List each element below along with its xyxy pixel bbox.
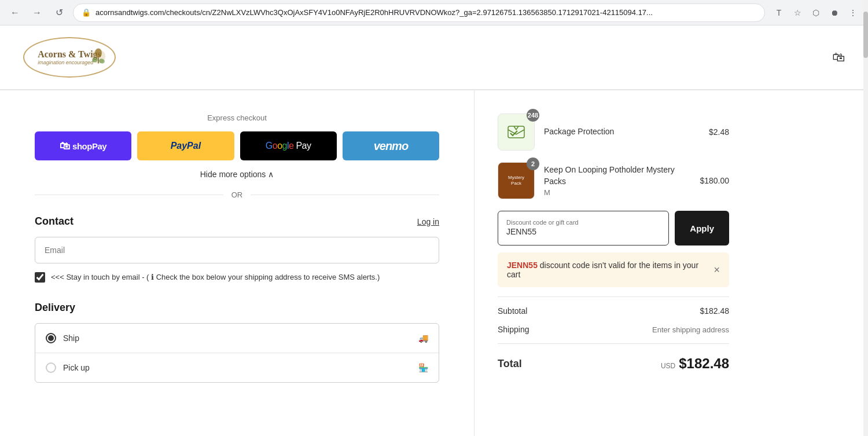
newsletter-label: <<< Stay in touch by email - ( ℹ Check t… [51, 272, 380, 283]
venmo-label: venmo [374, 140, 408, 153]
mystery-pack-variant: M [544, 188, 690, 197]
discount-row: Discount code or gift card Apply [498, 211, 729, 246]
discount-error-banner: JENN55 discount code isn't valid for the… [498, 252, 729, 287]
url-text: acornsandtwigs.com/checkouts/cn/Z2NwLXVz… [95, 8, 756, 17]
summary-divider-bottom [498, 343, 729, 344]
logo: Acorns & Twigs imagination encouraged [23, 37, 116, 78]
browser-chrome: ← → ↺ 🔒 acornsandtwigs.com/checkouts/cn/… [0, 0, 868, 25]
package-protection-price: $2.48 [709, 127, 729, 137]
translate-button[interactable]: T [771, 5, 787, 21]
shoppay-label: shopPay [72, 141, 106, 151]
subtotal-value: $182.48 [700, 306, 729, 316]
mystery-pack-badge: 2 [527, 157, 539, 170]
chevron-up-icon: ∧ [268, 170, 274, 179]
delivery-options: Ship 🚚 Pick up 🏪 [35, 323, 439, 383]
cart-item-mystery-pack: MysteryPack 2 Keep On Looping Potholder … [498, 162, 729, 199]
ship-radio[interactable] [46, 333, 56, 343]
express-checkout-title: Express checkout [35, 113, 439, 122]
reload-button[interactable]: ↺ [51, 5, 67, 21]
total-row: Total USD $182.48 [498, 349, 729, 379]
total-amount-wrap: USD $182.48 [661, 356, 729, 372]
gpay-button[interactable]: Google Pay [240, 131, 337, 160]
bookmark-button[interactable]: ☆ [789, 5, 806, 21]
svg-point-1 [95, 49, 102, 58]
scrollbar-thumb[interactable] [863, 12, 868, 58]
logo-area: Acorns & Twigs imagination encouraged [23, 37, 116, 78]
package-protection-details: Package Protection [544, 126, 700, 138]
express-checkout-buttons: 🛍 shopPay PayPal Google Pay venmo [35, 131, 439, 160]
shipping-row: Shipping Enter shipping address [498, 320, 729, 339]
address-bar[interactable]: 🔒 acornsandtwigs.com/checkouts/cn/Z2NwLX… [73, 3, 765, 22]
delivery-section: Delivery Ship 🚚 Pick up [35, 302, 439, 383]
total-amount: $182.48 [679, 356, 729, 372]
scrollbar-track[interactable] [863, 0, 868, 436]
subtotal-label: Subtotal [498, 306, 527, 316]
delivery-title: Delivery [35, 302, 439, 314]
mystery-pack-details: Keep On Looping Potholder Mystery Packs … [544, 164, 690, 197]
browser-actions: T ☆ ⬡ ⏺ ⋮ [771, 5, 861, 21]
ship-option-left: Ship [46, 333, 79, 343]
pickup-icon: 🏪 [418, 363, 428, 372]
error-code: JENN55 [507, 261, 538, 270]
paypal-label: PayPal [171, 141, 201, 151]
item-image-wrap-mystery: MysteryPack 2 [498, 162, 535, 199]
cart-item-package-protection: 248 Package Protection $2.48 [498, 113, 729, 151]
hide-more-text[interactable]: Hide more options ∧ [200, 170, 274, 179]
shoppay-bag-icon: 🛍 [60, 140, 70, 152]
mystery-pack-name: Keep On Looping Potholder Mystery Packs [544, 164, 690, 187]
log-in-link[interactable]: Log in [417, 217, 439, 226]
discount-input-wrap: Discount code or gift card [498, 211, 669, 246]
pickup-label: Pick up [63, 363, 90, 372]
or-divider: OR [35, 190, 439, 199]
record-button[interactable]: ⏺ [826, 5, 843, 21]
page-header: Acorns & Twigs imagination encouraged 🛍 [0, 25, 868, 90]
package-protection-name: Package Protection [544, 126, 700, 138]
menu-button[interactable]: ⋮ [845, 5, 861, 21]
mystery-pack-price: $180.00 [700, 176, 729, 185]
discount-label: Discount code or gift card [506, 219, 660, 226]
checkout-form: Express checkout 🛍 shopPay PayPal Google… [0, 90, 475, 436]
logo-decoration [87, 45, 110, 70]
discount-input[interactable] [506, 226, 660, 237]
delivery-option-pickup[interactable]: Pick up 🏪 [35, 353, 439, 382]
item-image-wrap-package: 248 [498, 113, 535, 151]
shoppay-button[interactable]: 🛍 shopPay [35, 131, 131, 160]
gpay-label: Google Pay [266, 141, 311, 151]
order-summary: 248 Package Protection $2.48 MysteryPack… [475, 90, 752, 436]
contact-section-header: Contact Log in [35, 215, 439, 228]
hide-more-options[interactable]: Hide more options ∧ [35, 170, 439, 179]
pickup-option-left: Pick up [46, 362, 90, 373]
shipping-value: Enter shipping address [652, 325, 729, 334]
newsletter-checkbox[interactable] [35, 272, 45, 283]
email-input[interactable] [35, 237, 439, 263]
total-currency: USD [661, 362, 675, 370]
shipping-label: Shipping [498, 325, 529, 334]
venmo-button[interactable]: venmo [343, 131, 439, 160]
newsletter-checkbox-row: <<< Stay in touch by email - ( ℹ Check t… [35, 272, 439, 283]
cart-icon: 🛍 [832, 50, 845, 64]
total-label: Total [498, 358, 522, 370]
error-message: JENN55 discount code isn't valid for the… [507, 261, 713, 279]
pickup-radio[interactable] [46, 362, 56, 373]
error-close-button[interactable]: × [713, 265, 720, 275]
ship-label: Ship [63, 334, 79, 343]
paypal-button[interactable]: PayPal [137, 131, 234, 160]
page-content: Express checkout 🛍 shopPay PayPal Google… [0, 90, 868, 436]
contact-title: Contact [35, 215, 73, 228]
back-button[interactable]: ← [7, 5, 23, 21]
apply-button[interactable]: Apply [675, 211, 729, 246]
summary-divider-top [498, 296, 729, 297]
subtotal-row: Subtotal $182.48 [498, 302, 729, 320]
ship-icon: 🚚 [418, 334, 428, 343]
forward-button[interactable]: → [29, 5, 45, 21]
extension-button[interactable]: ⬡ [808, 5, 824, 21]
package-protection-badge: 248 [527, 109, 539, 122]
secure-icon: 🔒 [82, 8, 91, 17]
discount-section: Discount code or gift card Apply [498, 211, 729, 246]
cart-button[interactable]: 🛍 [832, 50, 845, 65]
delivery-option-ship[interactable]: Ship 🚚 [35, 324, 439, 353]
